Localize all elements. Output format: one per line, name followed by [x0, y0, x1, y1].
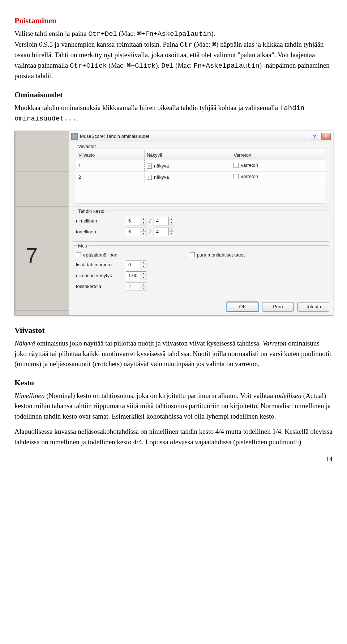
- slash: /: [149, 217, 151, 225]
- group-title-muu: Muu: [77, 242, 89, 250]
- shortcut-mac-del: ⌘+Fn+Askelpalautin: [137, 30, 211, 38]
- repeat-count-stepper: 2▲▼: [126, 282, 146, 291]
- chevron-down-icon[interactable]: ▼: [141, 276, 146, 280]
- value: 1.00: [126, 272, 141, 279]
- italic: Varreton: [263, 339, 287, 347]
- heading-viivastot: Viivastot: [14, 324, 333, 336]
- label-add-barno: lisää tahtinumero: [76, 261, 123, 268]
- text: (Nominal) kesto on tahtiosoitus, joka on…: [44, 392, 275, 399]
- actual-numerator-stepper[interactable]: 6▲▼: [126, 228, 146, 236]
- app-icon: [71, 133, 78, 140]
- value: 2: [126, 283, 141, 290]
- close-icon: ✕: [324, 134, 328, 139]
- nominal-numerator-stepper[interactable]: 6▲▼: [126, 217, 146, 225]
- chevron-down-icon: ▼: [141, 287, 146, 291]
- checkbox-visible[interactable]: ✓näkyvä: [147, 174, 169, 181]
- add-barno-stepper[interactable]: 0▲▼: [126, 260, 146, 269]
- layout-stretch-stepper[interactable]: 1.00▲▼: [126, 271, 146, 280]
- heading-ominaisuudet: Ominaisuudet: [14, 89, 333, 101]
- chevron-up-icon[interactable]: ▲: [169, 217, 174, 221]
- checkbox-label: varreton: [241, 162, 258, 169]
- text: (Mac:: [107, 62, 127, 69]
- value: 0: [126, 261, 141, 268]
- slash: /: [149, 228, 151, 236]
- text: (Mac:: [192, 41, 212, 48]
- italic: todellisen: [275, 392, 301, 399]
- italic: Näkyvä: [14, 339, 35, 347]
- chevron-down-icon[interactable]: ▼: [169, 221, 174, 225]
- checkbox-label: pura monitahtiset tauot: [197, 251, 245, 259]
- cancel-button[interactable]: Peru: [262, 302, 294, 312]
- text: ).: [155, 62, 161, 69]
- value: 4: [154, 228, 168, 236]
- text: Muokkaa tahdin ominaisuuksia klikkaamall…: [14, 104, 280, 111]
- chevron-up-icon[interactable]: ▲: [141, 217, 146, 221]
- nominal-denominator-stepper[interactable]: 4▲▼: [154, 217, 174, 225]
- group-muu: Muu epäsäännöllinen pura monitahtiset ta…: [73, 245, 329, 297]
- chevron-up-icon[interactable]: ▲: [169, 228, 174, 232]
- checkbox-irregular[interactable]: epäsäännöllinen: [76, 251, 117, 259]
- checkbox-icon: [234, 174, 239, 179]
- group-title-tahdin-kesto: Tahdin kesto: [77, 208, 106, 215]
- label-actual: todellinen: [76, 228, 123, 236]
- para-poistaminen: Valitse tahti ensin ja paina Ctr+Del (Ma…: [14, 29, 333, 81]
- heading-kesto: Kesto: [14, 377, 333, 389]
- help-icon: ?: [313, 133, 316, 140]
- note-glyph: 7: [26, 240, 38, 272]
- chevron-down-icon[interactable]: ▼: [169, 232, 174, 236]
- table-row[interactable]: 1 ✓näkyvä varreton: [76, 160, 326, 171]
- chevron-up-icon[interactable]: ▲: [141, 272, 146, 276]
- col-staff[interactable]: Viivasto: [76, 150, 145, 160]
- staves-table[interactable]: Viivasto Näkyvä Varreton 1 ✓näkyvä varre…: [76, 150, 326, 204]
- checkbox-icon: [234, 163, 239, 168]
- table-row[interactable]: 2 ✓näkyvä varreton: [76, 171, 326, 183]
- checkbox-break-rests[interactable]: pura monitahtiset tauot: [190, 251, 245, 259]
- checkbox-icon: ✓: [147, 175, 152, 180]
- checkbox-visible[interactable]: ✓näkyvä: [147, 162, 169, 170]
- para-bottom: Alapuolisessa kuvassa neljäsosakohotahdi…: [14, 427, 333, 447]
- chevron-up-icon[interactable]: ▲: [141, 261, 146, 265]
- group-viivastot: Viivastot Viivasto Näkyvä Varreton 1 ✓nä…: [73, 146, 329, 207]
- chevron-down-icon[interactable]: ▼: [141, 232, 146, 236]
- shortcut-fn-bksp: Fn+Askelpalautin: [193, 62, 259, 70]
- chevron-up-icon[interactable]: ▲: [141, 228, 146, 232]
- actual-denominator-stepper[interactable]: 4▲▼: [154, 228, 174, 236]
- shortcut-del: Del: [161, 62, 174, 70]
- apply-button[interactable]: Toteuta: [297, 302, 329, 312]
- group-title-viivastot: Viivastot: [77, 143, 97, 150]
- text: Valitse tahti ensin ja paina: [14, 30, 88, 37]
- text: ).: [211, 30, 215, 37]
- italic: Nimellinen: [14, 392, 44, 399]
- value: 6: [126, 228, 141, 236]
- close-button[interactable]: ✕: [321, 133, 331, 140]
- para-kesto: Nimellinen (Nominal) kesto on tahtiosoit…: [14, 391, 333, 422]
- chevron-down-icon[interactable]: ▼: [141, 221, 146, 225]
- ok-button[interactable]: OK: [227, 302, 258, 312]
- col-stemless[interactable]: Varreton: [231, 150, 326, 160]
- label-nominal: nimellinen: [76, 217, 123, 225]
- group-tahdin-kesto: Tahdin kesto nimellinen 6▲▼ / 4▲▼ todell…: [73, 211, 329, 242]
- heading-poistaminen: Poistaminen: [14, 14, 333, 26]
- cell-staff-num: 2: [76, 171, 145, 183]
- text: .: [76, 114, 78, 122]
- dialog-screenshot: 7 MuseScore: Tahdin ominaisuudet ? ✕ Vii…: [14, 131, 333, 316]
- para-viivastot: Näkyvä ominaisuus joko näyttää tai piilo…: [14, 338, 333, 369]
- checkbox-icon: [76, 252, 81, 257]
- text: Versioin 0.9.5 ja vanhempien kanssa toim…: [14, 41, 180, 48]
- checkbox-label: epäsäännöllinen: [83, 251, 117, 259]
- checkbox-stemless[interactable]: varreton: [234, 162, 258, 169]
- shortcut-cmd-click: ⌘+Click: [127, 62, 155, 70]
- checkbox-stemless[interactable]: varreton: [234, 173, 258, 180]
- value: 6: [126, 217, 141, 225]
- sheet-thumbnail: 7: [15, 131, 69, 315]
- help-button[interactable]: ?: [310, 133, 319, 140]
- col-visible[interactable]: Näkyvä: [144, 150, 231, 160]
- text: (Mac:: [174, 62, 193, 69]
- shortcut-ctrdel: Ctr+Del: [88, 30, 117, 38]
- shortcut-ctr: Ctr: [180, 41, 192, 49]
- cell-staff-num: 1: [76, 160, 145, 171]
- text: ominaisuus joko näyttää tai piilottaa nu…: [35, 339, 263, 347]
- checkbox-label: varreton: [241, 173, 258, 180]
- table-row[interactable]: [76, 183, 326, 203]
- chevron-down-icon[interactable]: ▼: [141, 265, 146, 269]
